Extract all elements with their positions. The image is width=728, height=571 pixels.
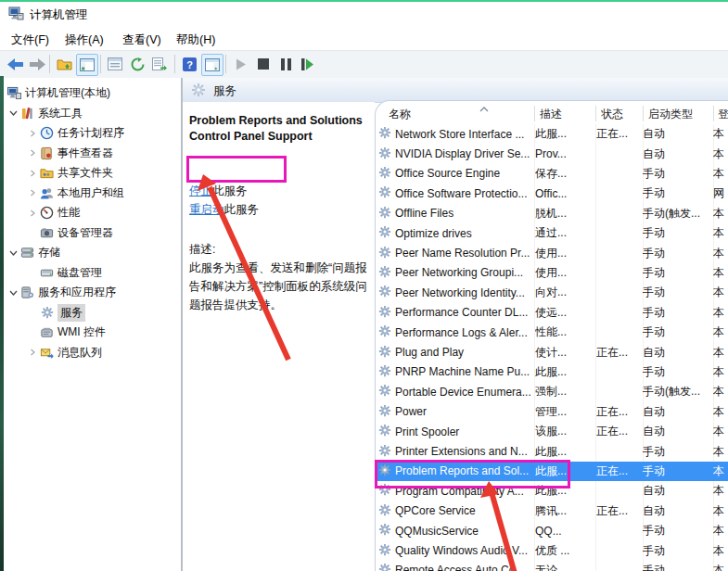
tree-item-msgqueue[interactable]: 消息队列 [4, 343, 205, 362]
service-row[interactable]: Print Spooler该服...正在...自动本 [376, 422, 728, 441]
service-name[interactable]: Peer Networking Identity... [395, 286, 525, 299]
menu-item[interactable]: 帮助(H) [171, 31, 221, 50]
tree-item-diskmgmt[interactable]: 磁盘管理 [4, 263, 205, 283]
chevron-down-icon[interactable] [8, 108, 18, 118]
tree-item-label[interactable]: 事件查看器 [57, 146, 113, 161]
service-row[interactable]: Power管理...正在...自动本 [376, 402, 728, 422]
service-row[interactable]: Performance Counter DL...使远...手动本 [376, 303, 728, 323]
service-row[interactable]: Office Source Engine保存...手动本 [376, 164, 728, 184]
service-row[interactable]: Peer Networking Groupi...使用...手动本 [376, 263, 728, 283]
service-name[interactable]: Remote Access Auto Co... [395, 564, 524, 571]
chevron-right-icon[interactable] [28, 148, 37, 158]
tree-item-eventlog[interactable]: 事件查看器 [4, 144, 205, 163]
service-row[interactable]: Plug and Play使计...正在...自动本 [376, 342, 728, 362]
export-list-icon[interactable] [149, 54, 170, 74]
column-separator[interactable] [713, 106, 714, 121]
service-row[interactable]: Peer Name Resolution Pr...使用...手动本 [376, 243, 728, 262]
service-row[interactable]: Portable Device Enumera...强制...手动(触发...本 [376, 382, 728, 401]
chevron-down-icon[interactable] [8, 288, 18, 298]
service-name[interactable]: Peer Name Resolution Pr... [395, 247, 530, 260]
tree-item-label[interactable]: 服务和应用程序 [38, 285, 116, 300]
menu-item[interactable]: 查看(V) [117, 31, 167, 50]
service-name[interactable]: Portable Device Enumera... [395, 386, 531, 399]
tree-item-performance[interactable]: 性能 [4, 203, 205, 222]
service-row[interactable]: Problem Reports and Sol...此服...正在...手动本 [376, 462, 728, 481]
tree-item-storage[interactable]: 存储 [4, 243, 185, 262]
service-row[interactable]: QPCore Service腾讯...正在...自动本 [376, 501, 728, 521]
folder-up-icon[interactable] [54, 54, 74, 74]
tree-item-gear[interactable]: 服务 [4, 303, 205, 323]
service-row[interactable]: Program Compatibility A...此服...自动本 [376, 481, 728, 501]
pause-service-icon[interactable] [275, 54, 296, 74]
service-name[interactable]: Plug and Play [395, 346, 464, 359]
tree-item-computer[interactable]: 计算机管理(本地) [4, 83, 185, 103]
tree-item-label[interactable]: 共享文件夹 [57, 165, 113, 181]
service-row[interactable]: Remote Access Auto Co...无论...手动本 [376, 561, 728, 571]
service-name[interactable]: Network Store Interface ... [395, 128, 524, 141]
tree-item-devicemgr[interactable]: 设备管理器 [4, 223, 205, 243]
service-row[interactable]: Network Store Interface ...此服...正在...自动本 [376, 124, 728, 144]
column-separator[interactable] [534, 106, 535, 121]
tree-item-scheduler[interactable]: 任务计划程序 [4, 123, 205, 143]
chevron-right-icon[interactable] [28, 169, 37, 178]
service-row[interactable]: Office Software Protectio...Offic...手动网 [376, 184, 728, 203]
start-service-icon[interactable] [231, 54, 251, 74]
tree-item-label[interactable]: 磁盘管理 [57, 265, 102, 281]
service-row[interactable]: Optimize drives通过...手动本 [376, 223, 728, 243]
column-header-startup-type[interactable]: 启动类型 [648, 107, 693, 122]
service-row[interactable]: QQMusicServiceQQ...手动本 [376, 521, 728, 540]
column-separator[interactable] [595, 106, 596, 121]
service-row[interactable]: Performance Logs & Aler...性能...手动本 [376, 323, 728, 342]
tree-item-label[interactable]: 本地用户和组 [57, 185, 124, 201]
forward-icon[interactable] [27, 54, 47, 74]
tree-item-label[interactable]: WMI 控件 [57, 324, 106, 340]
chevron-right-icon[interactable] [28, 348, 37, 357]
back-icon[interactable] [5, 54, 25, 74]
service-name[interactable]: NVIDIA Display Driver Se... [395, 147, 530, 160]
service-row[interactable]: Offline Files脱机...手动(触发...本 [376, 204, 728, 223]
service-name[interactable]: Optimize drives [395, 227, 472, 240]
tree-item-label[interactable]: 计算机管理(本地) [25, 85, 110, 101]
tree-item-label[interactable]: 设备管理器 [57, 225, 113, 241]
tree-item-label[interactable]: 服务 [57, 304, 85, 322]
service-name[interactable]: Performance Counter DL... [395, 306, 528, 319]
tree-item-label[interactable]: 任务计划程序 [57, 125, 124, 141]
stop-service-link[interactable]: 停止 [189, 184, 212, 197]
service-name[interactable]: QQMusicService [395, 525, 479, 538]
chevron-down-icon[interactable] [8, 248, 18, 258]
chevron-right-icon[interactable] [28, 129, 37, 138]
action-pane-toggle-icon[interactable] [201, 54, 224, 76]
tree-item-label[interactable]: 性能 [57, 205, 80, 221]
tree-item-label[interactable]: 系统工具 [38, 106, 83, 121]
service-name[interactable]: Print Spooler [395, 425, 459, 438]
tree-item-sharedfolder[interactable]: 共享文件夹 [4, 163, 205, 183]
chevron-right-icon[interactable] [28, 209, 37, 218]
menu-item[interactable]: 操作(A) [59, 31, 109, 50]
service-name[interactable]: Offline Files [395, 207, 453, 220]
properties-icon[interactable] [105, 54, 125, 74]
tree-item-label[interactable]: 存储 [38, 245, 60, 260]
service-row[interactable]: PNRP Machine Name Pu...此服...手动本 [376, 362, 728, 382]
service-name[interactable]: Printer Extensions and N... [395, 445, 528, 458]
restart-service-icon[interactable] [297, 54, 317, 74]
tree-item-tools[interactable]: 系统工具 [4, 104, 185, 123]
service-name[interactable]: Peer Networking Groupi... [395, 266, 523, 279]
help-icon[interactable]: ? [179, 54, 199, 74]
service-name[interactable]: Performance Logs & Aler... [395, 326, 528, 339]
service-row[interactable]: Peer Networking Identity...向对...手动本 [376, 283, 728, 302]
service-name[interactable]: Office Software Protectio... [395, 187, 528, 200]
column-header-name[interactable]: 名称 [389, 107, 411, 122]
menu-item[interactable]: 文件(F) [6, 31, 55, 50]
column-header-status[interactable]: 状态 [601, 107, 623, 122]
console-tree-toggle-icon[interactable] [76, 54, 98, 76]
tree-item-svcapps[interactable]: 服务和应用程序 [4, 283, 185, 302]
refresh-icon[interactable] [127, 54, 147, 74]
service-row[interactable]: NVIDIA Display Driver Se...Prov...自动本 [376, 144, 728, 163]
service-name[interactable]: Office Source Engine [395, 167, 500, 180]
service-name[interactable]: Power [395, 405, 427, 418]
service-name[interactable]: PNRP Machine Name Pu... [395, 365, 530, 378]
service-row[interactable]: Quality Windows Audio V...优质 ...手动本 [376, 540, 728, 560]
service-name[interactable]: QPCore Service [395, 504, 476, 517]
service-row[interactable]: Printer Extensions and N...此服...手动本 [376, 441, 728, 461]
service-name[interactable]: Problem Reports and Sol... [395, 464, 529, 477]
